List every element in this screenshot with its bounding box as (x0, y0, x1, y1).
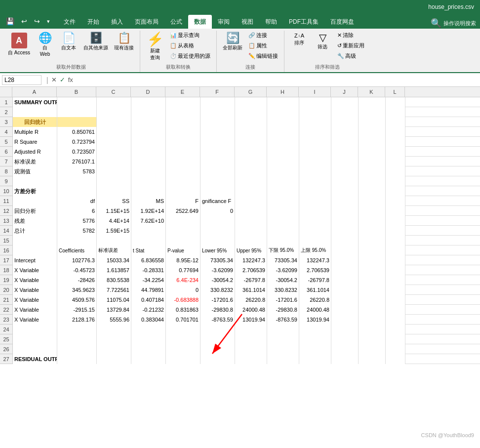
cell-13L[interactable] (386, 216, 405, 226)
cell-17F[interactable]: 73305.34 (200, 255, 235, 265)
cell-16H[interactable]: 下限 95.0% (267, 245, 299, 255)
cell-2K[interactable] (359, 107, 386, 117)
cell-18A[interactable]: X Variable (13, 265, 57, 275)
cell-7F[interactable] (200, 157, 235, 166)
cell-1F[interactable] (200, 97, 235, 107)
cell-21E[interactable]: -0.683888 (166, 295, 200, 305)
cell-5I[interactable] (299, 137, 331, 147)
cell-4B[interactable]: 0.850761 (57, 127, 97, 137)
cell-27J[interactable] (331, 354, 359, 364)
btn-edit-links[interactable]: ✏️ 编辑链接 (246, 51, 280, 61)
cell-12A[interactable]: 回归分析 (13, 206, 57, 216)
cell-5A[interactable]: R Square (13, 137, 57, 147)
cell-18H[interactable]: -3.62099 (267, 265, 299, 275)
cell-22C[interactable]: 13729.84 (97, 305, 131, 315)
cell-9G[interactable] (235, 176, 267, 186)
cell-25H[interactable] (267, 334, 299, 344)
redo-button[interactable]: ↪ (32, 16, 42, 26)
cell-26I[interactable] (299, 344, 331, 354)
cell-20E[interactable]: 0 (166, 285, 200, 295)
cell-2J[interactable] (331, 107, 359, 117)
cell-22D[interactable]: -0.21232 (131, 305, 166, 315)
row-header-4[interactable]: 4 (0, 127, 12, 137)
btn-advanced[interactable]: 🔧 高级 (335, 51, 358, 61)
col-header-G[interactable]: G (235, 87, 267, 97)
cell-2H[interactable] (267, 107, 299, 117)
cell-10D[interactable] (131, 186, 166, 196)
row-header-16[interactable]: 16 (0, 245, 12, 255)
cell-5J[interactable] (331, 137, 359, 147)
tab-help[interactable]: 帮助 (259, 15, 283, 29)
cell-25G[interactable] (235, 334, 267, 344)
cell-1G[interactable] (235, 97, 267, 107)
cell-21F[interactable]: -17201.6 (200, 295, 235, 305)
cell-9I[interactable] (299, 176, 331, 186)
cell-19A[interactable]: X Variable (13, 275, 57, 285)
cell-12H[interactable] (267, 206, 299, 216)
cell-18G[interactable]: 2.706539 (235, 265, 267, 275)
cell-11F[interactable]: gnificance F (200, 196, 235, 206)
cell-6A[interactable]: Adjusted R (13, 147, 57, 157)
cell-9K[interactable] (359, 176, 386, 186)
btn-new-query[interactable]: ⚡ 新建查询 (144, 31, 166, 63)
cell-23A[interactable]: X Variable (13, 315, 57, 325)
row-header-10[interactable]: 10 (0, 186, 12, 196)
cell-10L[interactable] (386, 186, 405, 196)
cell-1B[interactable] (57, 97, 97, 107)
cell-4J[interactable] (331, 127, 359, 137)
cell-27D[interactable] (131, 354, 166, 364)
cell-2B[interactable] (57, 107, 97, 117)
cell-25F[interactable] (200, 334, 235, 344)
cell-10G[interactable] (235, 186, 267, 196)
row-header-25[interactable]: 25 (0, 334, 12, 344)
cell-12I[interactable] (299, 206, 331, 216)
tab-baidu[interactable]: 百度网盘 (324, 15, 360, 29)
cell-12C[interactable]: 1.15E+15 (97, 206, 131, 216)
cell-23J[interactable] (331, 315, 359, 325)
cell-19J[interactable] (331, 275, 359, 285)
cell-5H[interactable] (267, 137, 299, 147)
cell-7H[interactable] (267, 157, 299, 166)
btn-web[interactable]: 🌐 自Web (34, 31, 56, 59)
cell-9L[interactable] (386, 176, 405, 186)
cell-7J[interactable] (331, 157, 359, 166)
cell-14E[interactable] (166, 226, 200, 236)
cell-22K[interactable] (359, 305, 386, 315)
cell-2A[interactable] (13, 107, 57, 117)
cell-5E[interactable] (166, 137, 200, 147)
cell-21J[interactable] (331, 295, 359, 305)
cell-19H[interactable]: -30054.2 (267, 275, 299, 285)
cell-1A[interactable]: SUMMARY OUTPUT (13, 97, 57, 107)
cell-11H[interactable] (267, 196, 299, 206)
cell-8G[interactable] (235, 166, 267, 176)
cell-6H[interactable] (267, 147, 299, 157)
cell-1E[interactable] (166, 97, 200, 107)
cell-2C[interactable] (97, 107, 131, 117)
cell-17G[interactable]: 132247.3 (235, 255, 267, 265)
cell-7D[interactable] (131, 157, 166, 166)
tab-file[interactable]: 文件 (58, 15, 81, 29)
cell-19G[interactable]: -26797.8 (235, 275, 267, 285)
cell-7K[interactable] (359, 157, 386, 166)
dropdown-arrow[interactable]: ▾ (47, 18, 50, 25)
cell-2D[interactable] (131, 107, 166, 117)
cell-24A[interactable] (13, 325, 57, 334)
cell-27E[interactable] (166, 354, 200, 364)
cell-21D[interactable]: 0.407184 (131, 295, 166, 305)
row-header-5[interactable]: 5 (0, 137, 12, 147)
cell-16G[interactable]: Upper 95% (235, 245, 267, 255)
cell-24F[interactable] (200, 325, 235, 334)
row-header-9[interactable]: 9 (0, 176, 12, 186)
cell-13E[interactable] (166, 216, 200, 226)
tab-home[interactable]: 开始 (81, 15, 105, 29)
cell-13K[interactable] (359, 216, 386, 226)
cell-23C[interactable]: 5555.96 (97, 315, 131, 325)
cell-1I[interactable] (299, 97, 331, 107)
cell-16D[interactable]: t Stat (131, 245, 166, 255)
cell-13D[interactable]: 7.62E+10 (131, 216, 166, 226)
cell-12F[interactable]: 0 (200, 206, 235, 216)
cell-10J[interactable] (331, 186, 359, 196)
cell-18J[interactable] (331, 265, 359, 275)
cell-3H[interactable] (267, 117, 299, 127)
btn-existing-connections[interactable]: 📋 现有连接 (112, 31, 136, 53)
